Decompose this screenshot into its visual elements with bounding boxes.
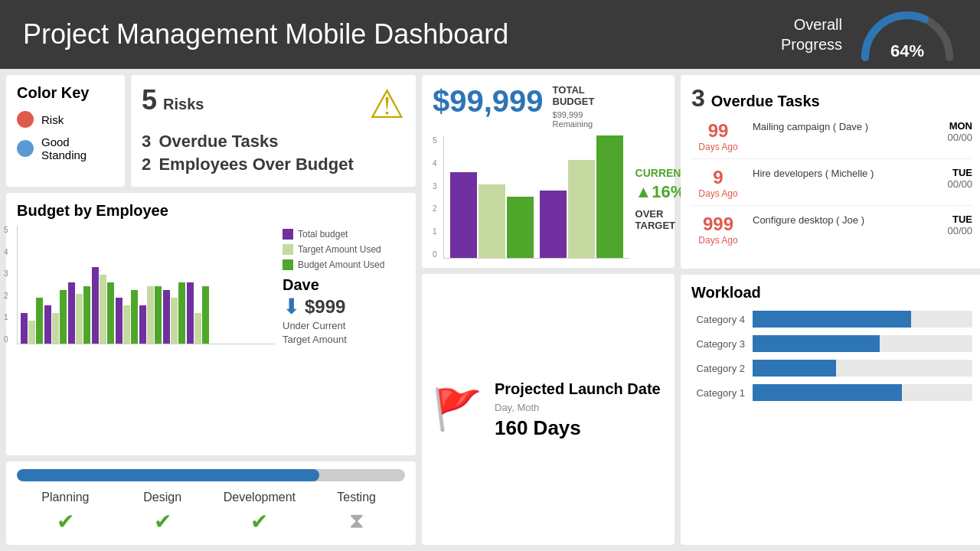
legend-color-lightgreen [283, 244, 293, 255]
wl-track-3 [753, 311, 972, 328]
left-column: Color Key Risk Good Standing [6, 75, 416, 545]
task-row-2: 999 Days Ago Configure desktop ( Joe ) T… [691, 214, 972, 252]
budget-title: Budget by Employee [17, 202, 405, 220]
flag-icon: 🚩 [433, 390, 482, 429]
task-days-1: 9 Days Ago [691, 167, 745, 199]
dave-name: Dave [283, 276, 405, 294]
legend: Total budget Target Amount Used Budget A… [283, 226, 405, 270]
y-axis: 543210 [4, 226, 8, 344]
risks-items: 3 Overdue Tasks 2 Employees Over Budget [142, 132, 405, 178]
wl-row-2: Category 3 [691, 335, 972, 352]
mid-y-axis: 543210 [433, 136, 437, 259]
wl-fill-0 [753, 384, 902, 401]
content-area: Color Key Risk Good Standing [0, 69, 980, 551]
legend-target: Target Amount Used [283, 244, 405, 255]
progress-fill [17, 469, 319, 481]
risks-item-0: 3 Overdue Tasks [142, 132, 405, 152]
risks-header: 5 Risks ⚠ [142, 84, 405, 124]
budget-content: 543210 [17, 226, 405, 347]
phase-design-check: ✔ [114, 509, 211, 534]
budget-right-side: Total budget Target Amount Used Budget A… [283, 226, 405, 347]
task-day-1: TUE [930, 167, 972, 178]
color-key-risk: Risk [17, 111, 114, 128]
budget-bar-chart: 543210 [17, 226, 275, 344]
wl-label-1: Category 2 [691, 363, 745, 374]
total-budget-card: $99,999 TOTALBUDGET $99,999Remaining 543… [422, 75, 675, 268]
task-date-val-0: 00/00 [930, 132, 972, 143]
mid-bar-chart [443, 136, 629, 259]
color-key-title: Color Key [17, 84, 114, 102]
task-row-0: 99 Days Ago Mailing campaign ( Dave ) MO… [691, 120, 972, 159]
budget-chart-area: 543210 [17, 226, 275, 347]
task-date-0: MON 00/00 [930, 120, 972, 143]
task-days-0: 99 Days Ago [691, 120, 745, 152]
phase-design-label: Design [114, 491, 211, 504]
wl-track-0 [753, 384, 972, 401]
risks-item-0-label: Overdue Tasks [158, 132, 278, 151]
wl-fill-3 [753, 311, 911, 328]
budget-amount: $99,999 [433, 84, 544, 119]
warning-icon: ⚠ [369, 84, 405, 124]
risks-item-1-label: Employees Over Budget [158, 155, 353, 174]
launch-title: Projected Launch Date [495, 379, 661, 399]
mid-chart-container: 543210 CURRENTLY ▲16% OVERTARGET [433, 136, 664, 259]
task-desc-1: Hire developers ( Michelle ) [753, 167, 923, 181]
phases-row: Planning ✔ Design ✔ Development ✔ Testin… [17, 491, 405, 534]
risks-item-0-count: 3 [142, 132, 151, 151]
wl-fill-2 [753, 335, 880, 352]
phase-development-check: ✔ [211, 509, 309, 534]
progress-pct: 64% [890, 41, 924, 61]
task-date-val-1: 00/00 [930, 178, 972, 190]
dave-section: Dave ⬇ $999 Under CurrentTarget Amount [283, 276, 405, 347]
dave-amount-row: ⬇ $999 [283, 294, 405, 319]
wl-track-2 [753, 335, 972, 352]
task-date-val-2: 00/00 [930, 225, 972, 236]
wl-label-3: Category 4 [691, 314, 745, 325]
phase-planning-check: ✔ [17, 509, 114, 534]
phase-design: Design ✔ [114, 491, 211, 534]
budget-remaining: $99,999Remaining [553, 110, 595, 129]
task-date-2: TUE 00/00 [930, 214, 972, 236]
task-days-label-0: Days Ago [691, 142, 745, 152]
legend-total: Total budget [283, 229, 405, 240]
task-days-label-2: Days Ago [691, 235, 745, 246]
risks-label: Risks [163, 96, 204, 113]
risks-card: 5 Risks ⚠ 3 Overdue Tasks 2 [131, 75, 416, 187]
wl-label-2: Category 3 [691, 338, 745, 350]
wl-fill-1 [753, 360, 836, 377]
right-column: 3 Overdue Tasks 99 Days Ago Mailing camp… [681, 75, 980, 545]
wl-label-0: Category 1 [691, 387, 745, 399]
phase-planning: Planning ✔ [17, 491, 114, 534]
legend-label-budget: Budget Amount Used [298, 259, 384, 270]
launch-info: Projected Launch Date Day, Moth 160 Days [495, 379, 661, 440]
workload-title: Workload [691, 284, 972, 302]
task-days-num-2: 999 [691, 214, 745, 235]
task-day-2: TUE [930, 214, 972, 225]
page-wrapper: Project Management Mobile Dashboard Over… [0, 0, 980, 551]
good-dot [17, 140, 34, 157]
down-arrow-icon: ⬇ [283, 294, 300, 319]
risks-item-1: 2 Employees Over Budget [142, 155, 405, 174]
phase-testing-icon: ⧗ [308, 509, 405, 534]
overdue-label: Overdue Tasks [711, 93, 820, 110]
risks-main: 5 Risks [142, 84, 204, 116]
risks-item-1-count: 2 [142, 155, 151, 174]
legend-budget: Budget Amount Used [283, 259, 405, 270]
task-days-num-0: 99 [691, 120, 745, 142]
task-days-num-1: 9 [691, 167, 745, 188]
phase-development: Development ✔ [211, 491, 309, 534]
phase-section: Planning ✔ Design ✔ Development ✔ Testin… [6, 461, 416, 545]
top-pair: Color Key Risk Good Standing [6, 75, 416, 187]
overdue-card: 3 Overdue Tasks 99 Days Ago Mailing camp… [681, 75, 980, 269]
color-key-good: Good Standing [17, 135, 114, 161]
wl-row-1: Category 2 [691, 360, 972, 377]
task-row-1: 9 Days Ago Hire developers ( Michelle ) … [691, 167, 972, 206]
overdue-count: 3 [691, 84, 705, 112]
legend-label-total: Total budget [298, 229, 348, 240]
legend-color-purple [283, 229, 293, 240]
mid-column: $99,999 TOTALBUDGET $99,999Remaining 543… [422, 75, 675, 545]
header-progress: OverallProgress 64% [781, 8, 957, 61]
task-days-label-1: Days Ago [691, 188, 745, 199]
wl-row-3: Category 4 [691, 311, 972, 328]
phase-planning-label: Planning [17, 491, 114, 504]
